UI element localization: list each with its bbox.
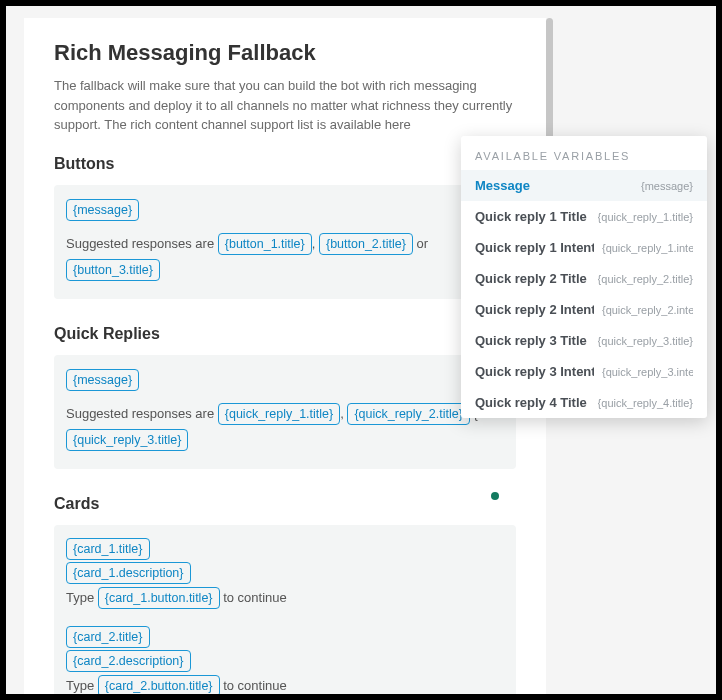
variable-token: {quick_reply_4.title} — [598, 397, 693, 409]
variable-row[interactable]: Quick reply 2 Title{quick_reply_2.title} — [461, 263, 707, 294]
token-card1-title[interactable]: {card_1.title} — [66, 538, 150, 560]
token-card1-btn[interactable]: {card_1.button.title} — [98, 587, 220, 609]
token-button-3[interactable]: {button_3.title} — [66, 259, 160, 281]
token-card1-desc[interactable]: {card_1.description} — [66, 562, 191, 584]
token-qr-2[interactable]: {quick_reply_2.title} — [347, 403, 469, 425]
continue-text: to continue — [220, 678, 287, 693]
variable-label: Quick reply 3 Title — [475, 333, 587, 348]
section-cards-title: Cards — [54, 495, 516, 513]
token-button-1[interactable]: {button_1.title} — [218, 233, 312, 255]
variable-row[interactable]: Quick reply 1 Title{quick_reply_1.title} — [461, 201, 707, 232]
variable-token: {message} — [641, 180, 693, 192]
continue-text: to continue — [220, 590, 287, 605]
variable-label: Message — [475, 178, 530, 193]
variable-token: {quick_reply_1.inte — [602, 242, 693, 254]
variable-token: {quick_reply_2.title} — [598, 273, 693, 285]
popover-header: AVAILABLE VARIABLES — [461, 136, 707, 170]
variable-label: Quick reply 1 Title — [475, 209, 587, 224]
suggested-text: Suggested responses are — [66, 236, 218, 251]
type-text: Type — [66, 678, 98, 693]
section-quickreplies-title: Quick Replies — [54, 325, 516, 343]
token-card2-btn[interactable]: {card_2.button.title} — [98, 675, 220, 694]
token-message[interactable]: {message} — [66, 369, 139, 391]
variable-row[interactable]: Quick reply 4 Title{quick_reply_4.title} — [461, 387, 707, 418]
status-dot-icon — [491, 492, 499, 500]
variable-row[interactable]: Quick reply 1 Intent{quick_reply_1.inte — [461, 232, 707, 263]
variable-row[interactable]: Quick reply 3 Intent{quick_reply_3.inte — [461, 356, 707, 387]
or-text: or — [413, 236, 428, 251]
variable-label: Quick reply 3 Intent — [475, 364, 594, 379]
token-card2-title[interactable]: {card_2.title} — [66, 626, 150, 648]
quickreplies-template[interactable]: {message} Suggested responses are {quick… — [54, 355, 516, 469]
variable-row[interactable]: Message{message} — [461, 170, 707, 201]
popover-list: Message{message}Quick reply 1 Title{quic… — [461, 170, 707, 418]
variable-row[interactable]: Quick reply 2 Intent{quick_reply_2.inte — [461, 294, 707, 325]
buttons-template[interactable]: {message} Suggested responses are {butto… — [54, 185, 516, 299]
app-background: Rich Messaging Fallback The fallback wil… — [6, 6, 716, 694]
token-card2-desc[interactable]: {card_2.description} — [66, 650, 191, 672]
cards-template[interactable]: {card_1.title} {card_1.description} Type… — [54, 525, 516, 695]
variable-token: {quick_reply_3.title} — [598, 335, 693, 347]
type-text: Type — [66, 590, 98, 605]
token-qr-3[interactable]: {quick_reply_3.title} — [66, 429, 188, 451]
variable-label: Quick reply 1 Intent — [475, 240, 594, 255]
variable-row[interactable]: Quick reply 3 Title{quick_reply_3.title} — [461, 325, 707, 356]
variable-label: Quick reply 4 Title — [475, 395, 587, 410]
token-qr-1[interactable]: {quick_reply_1.title} — [218, 403, 340, 425]
variable-token: {quick_reply_1.title} — [598, 211, 693, 223]
token-button-2[interactable]: {button_2.title} — [319, 233, 413, 255]
page-title: Rich Messaging Fallback — [54, 40, 516, 66]
variable-label: Quick reply 2 Intent — [475, 302, 594, 317]
page-description: The fallback will make sure that you can… — [54, 76, 516, 135]
suggested-text: Suggested responses are — [66, 406, 218, 421]
variable-token: {quick_reply_2.inte — [602, 304, 693, 316]
section-buttons-title: Buttons — [54, 155, 516, 173]
variable-token: {quick_reply_3.inte — [602, 366, 693, 378]
available-variables-popover: AVAILABLE VARIABLES Message{message}Quic… — [461, 136, 707, 418]
token-message[interactable]: {message} — [66, 199, 139, 221]
variable-label: Quick reply 2 Title — [475, 271, 587, 286]
